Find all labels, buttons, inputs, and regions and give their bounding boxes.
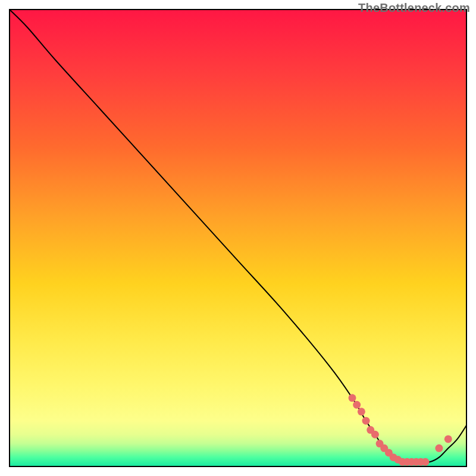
curve-marker xyxy=(353,401,361,409)
plot-background xyxy=(10,10,466,466)
curve-marker xyxy=(444,435,452,443)
chart-container: TheBottleneck.com xyxy=(0,0,476,476)
curve-marker xyxy=(435,444,443,452)
curve-marker xyxy=(371,431,379,439)
curve-marker xyxy=(358,408,365,415)
attribution-label: TheBottleneck.com xyxy=(358,1,470,15)
curve-marker xyxy=(421,458,429,466)
bottleneck-chart xyxy=(0,0,476,476)
curve-marker xyxy=(362,417,370,425)
curve-marker xyxy=(349,394,356,402)
